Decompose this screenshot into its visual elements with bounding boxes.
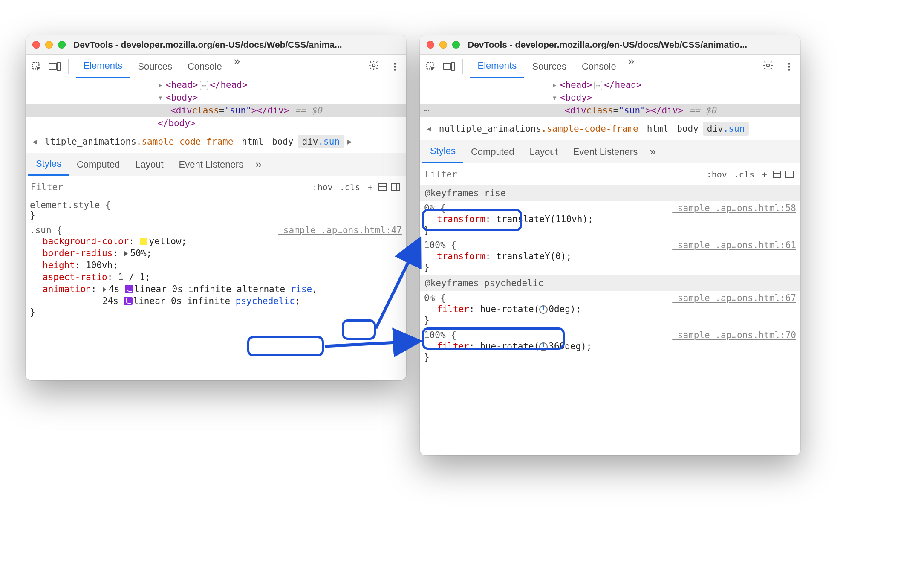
panel-tabs: Elements Sources Console »: [470, 55, 639, 78]
sidebar-toggle-icon[interactable]: [389, 183, 402, 191]
device-icon[interactable]: [442, 60, 456, 73]
dom-tree[interactable]: ▸<head>⋯</head> ▾<body> ⋯ <div class="su…: [420, 78, 800, 117]
keyframes-psychedelic-header[interactable]: @keyframes psychedelic: [420, 275, 800, 291]
computed-toggle-icon[interactable]: [376, 183, 389, 191]
traffic-lights: [427, 41, 460, 49]
keyframe-link-psychedelic[interactable]: psychedelic: [236, 296, 295, 306]
kebab-icon[interactable]: ⋮: [386, 61, 402, 72]
crumb-body[interactable]: body: [268, 135, 298, 148]
expand-icon[interactable]: [103, 287, 106, 292]
hov-toggle[interactable]: :hov: [703, 168, 731, 181]
new-rule-icon[interactable]: ＋: [758, 168, 771, 180]
minimize-icon[interactable]: [439, 41, 447, 49]
source-link[interactable]: _sample_.ap…ons.html:58: [672, 203, 796, 213]
styles-filter-input[interactable]: [30, 180, 309, 194]
tab-console[interactable]: Console: [574, 55, 624, 78]
crumb-selected[interactable]: div.sun: [703, 122, 749, 136]
row-actions-icon[interactable]: ⋯: [424, 105, 430, 116]
devtools-toolbar: Elements Sources Console » ⋮: [26, 55, 406, 78]
crumb-frame[interactable]: nultiple_animations.sample-code-frame: [435, 122, 643, 136]
traffic-lights: [32, 41, 66, 49]
subtab-computed[interactable]: Computed: [463, 140, 522, 163]
source-link[interactable]: _sample_.ap…ons.html:61: [672, 240, 796, 250]
close-icon[interactable]: [32, 41, 40, 49]
more-subtabs-icon[interactable]: »: [251, 158, 266, 171]
zoom-icon[interactable]: [58, 41, 66, 49]
svg-rect-4: [379, 184, 387, 191]
styles-filter-bar: :hov .cls ＋: [26, 176, 406, 198]
crumb-body[interactable]: body: [673, 122, 703, 136]
zoom-icon[interactable]: [452, 41, 460, 49]
svg-rect-11: [786, 171, 794, 178]
gear-icon[interactable]: [366, 60, 382, 73]
svg-rect-1: [49, 63, 57, 69]
breadcrumb[interactable]: ◀ nultiple_animations.sample-code-frame …: [420, 117, 800, 140]
more-tabs-icon[interactable]: »: [230, 55, 244, 78]
crumb-html[interactable]: html: [643, 122, 673, 136]
source-link[interactable]: _sample_.ap…ons.html:70: [672, 330, 796, 340]
rule-selector[interactable]: .sun {: [30, 225, 62, 235]
inspect-icon[interactable]: [30, 60, 43, 73]
tab-sources[interactable]: Sources: [524, 55, 574, 78]
computed-toggle-icon[interactable]: [771, 170, 783, 179]
breadcrumb[interactable]: ◀ ltiple_animations.sample-code-frame ht…: [26, 130, 406, 153]
titlebar[interactable]: DevTools - developer.mozilla.org/en-US/d…: [26, 35, 406, 55]
styles-filter-input[interactable]: [424, 168, 703, 181]
dom-tree[interactable]: ▸<head>⋯</head> ▾<body> <div class="sun"…: [26, 78, 406, 130]
kebab-icon[interactable]: ⋮: [780, 61, 796, 72]
cls-toggle[interactable]: .cls: [336, 180, 364, 194]
more-subtabs-icon[interactable]: »: [645, 145, 660, 158]
tab-elements[interactable]: Elements: [76, 55, 130, 78]
devtools-window-right: DevTools - developer.mozilla.org/en-US/d…: [420, 35, 800, 455]
subtab-styles[interactable]: Styles: [28, 153, 69, 176]
titlebar[interactable]: DevTools - developer.mozilla.org/en-US/d…: [420, 35, 800, 55]
gear-icon[interactable]: [760, 60, 776, 73]
keyframe-link-rise[interactable]: rise: [291, 284, 312, 294]
source-link[interactable]: _sample_.ap…ons.html:67: [672, 293, 796, 303]
element-style-selector[interactable]: element.style {: [30, 200, 111, 210]
styles-pane[interactable]: @keyframes rise _sample_.ap…ons.html:580…: [420, 185, 800, 365]
crumb-frame[interactable]: ltiple_animations.sample-code-frame: [40, 135, 238, 148]
svg-point-3: [372, 64, 375, 67]
crumbs-next-icon[interactable]: ▶: [344, 137, 355, 146]
easing-icon[interactable]: [125, 285, 133, 293]
subtab-layout[interactable]: Layout: [127, 153, 171, 176]
source-link[interactable]: _sample_.ap…ons.html:47: [278, 225, 402, 235]
tab-sources[interactable]: Sources: [130, 55, 180, 78]
device-icon[interactable]: [48, 60, 61, 73]
svg-rect-5: [392, 184, 399, 191]
subtab-layout[interactable]: Layout: [522, 140, 565, 163]
tab-elements[interactable]: Elements: [470, 55, 525, 78]
selected-node[interactable]: ⋯ <div class="sun"></div>== $0: [420, 104, 800, 117]
subtab-event-listeners[interactable]: Event Listeners: [566, 140, 646, 163]
angle-icon[interactable]: [539, 342, 548, 351]
styles-pane[interactable]: element.style { } _sample_.ap…ons.html:4…: [26, 198, 406, 320]
svg-rect-2: [57, 62, 60, 71]
sidebar-toggle-icon[interactable]: [783, 170, 796, 179]
tab-console[interactable]: Console: [180, 55, 230, 78]
minimize-icon[interactable]: [45, 41, 53, 49]
close-icon[interactable]: [427, 41, 434, 49]
crumb-selected[interactable]: div.sun: [298, 135, 344, 148]
devtools-toolbar: Elements Sources Console » ⋮: [420, 55, 800, 78]
crumb-html[interactable]: html: [237, 135, 268, 148]
svg-rect-8: [451, 62, 454, 71]
subtab-styles[interactable]: Styles: [422, 140, 463, 163]
hov-toggle[interactable]: :hov: [309, 180, 336, 194]
cls-toggle[interactable]: .cls: [731, 168, 758, 181]
more-tabs-icon[interactable]: »: [624, 55, 638, 78]
subtab-event-listeners[interactable]: Event Listeners: [171, 153, 251, 176]
crumbs-prev-icon[interactable]: ◀: [423, 124, 435, 133]
svg-point-9: [767, 64, 770, 67]
new-rule-icon[interactable]: ＋: [364, 181, 376, 193]
crumbs-prev-icon[interactable]: ◀: [29, 137, 40, 146]
keyframes-rise-header[interactable]: @keyframes rise: [420, 185, 800, 201]
selected-node[interactable]: <div class="sun"></div>== $0: [26, 104, 406, 117]
styles-subtabs: Styles Computed Layout Event Listeners »: [26, 153, 406, 176]
angle-icon[interactable]: [539, 305, 548, 314]
easing-icon[interactable]: [124, 297, 133, 305]
inspect-icon[interactable]: [424, 60, 438, 73]
subtab-computed[interactable]: Computed: [69, 153, 128, 176]
expand-icon[interactable]: [124, 251, 128, 256]
color-swatch-icon[interactable]: [140, 238, 147, 245]
